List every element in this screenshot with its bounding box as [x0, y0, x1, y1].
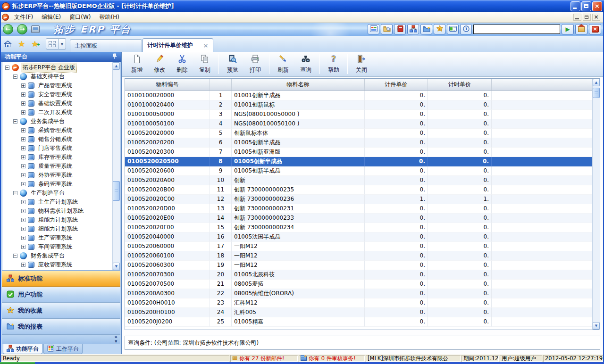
cell-material-name[interactable]: 一阳M12: [232, 251, 365, 261]
cell-material-name[interactable]: 08005麦拓: [232, 280, 365, 289]
cell-filler[interactable]: [492, 185, 592, 195]
scroll-thumb[interactable]: [593, 88, 600, 98]
cell-material-code[interactable]: 0100520020000: [125, 129, 210, 138]
cell-piece-rate[interactable]: 0.: [365, 214, 428, 223]
cell-hourly-rate[interactable]: 0.: [428, 166, 492, 176]
cell-material-code[interactable]: 0100520020C00: [125, 195, 210, 204]
expander-plus-icon[interactable]: +: [21, 110, 25, 115]
cell-filler[interactable]: [492, 308, 592, 317]
cell-hourly-rate[interactable]: 0.: [428, 317, 492, 327]
tree-item[interactable]: +采购管理系统: [2, 126, 112, 135]
mdi-close-button[interactable]: ×: [592, 14, 600, 21]
cell-material-code[interactable]: 0100520020D00: [125, 204, 210, 214]
expander-minus-icon[interactable]: −: [13, 119, 17, 124]
expander-plus-icon[interactable]: +: [21, 200, 25, 204]
cell-material-name[interactable]: 一阳M12: [232, 242, 365, 251]
table-row[interactable]: 01005200703002001005北辰科技0.0.: [125, 270, 592, 280]
cell-filler[interactable]: [492, 280, 592, 289]
cell-row-number[interactable]: 16: [210, 232, 232, 242]
expander-plus-icon[interactable]: +: [21, 263, 25, 267]
cell-row-number[interactable]: 9: [210, 166, 232, 176]
cell-hourly-rate[interactable]: 0.: [428, 129, 492, 138]
sidebar-tab-1[interactable]: 工作平台: [43, 344, 83, 354]
cell-row-number[interactable]: 7: [210, 148, 232, 157]
accordion-item-3[interactable]: 我的报表: [2, 319, 120, 335]
status-audit[interactable]: 你有 0 件审核事务!: [299, 355, 365, 362]
table-row[interactable]: 0100520020300701005创新亚洲版0.0.: [125, 148, 592, 157]
cell-filler[interactable]: [492, 148, 592, 157]
table-row[interactable]: 01005200J02002501005精嘉0.0.: [125, 317, 592, 327]
cell-row-number[interactable]: 14: [210, 214, 232, 223]
cell-row-number[interactable]: 13: [210, 204, 232, 214]
portal-home-button[interactable]: [575, 24, 587, 34]
favorites-button[interactable]: ★: [18, 40, 25, 48]
cell-row-number[interactable]: 15: [210, 223, 232, 232]
tab-1[interactable]: 计时计件单价维护×: [143, 38, 214, 52]
column-header-4[interactable]: 计时单价: [428, 79, 492, 91]
cell-filler[interactable]: [492, 166, 592, 176]
back-button[interactable]: ←: [3, 24, 13, 34]
cell-piece-rate[interactable]: 0.: [365, 251, 428, 261]
scroll-down-button[interactable]: ▼: [593, 322, 600, 330]
expander-plus-icon[interactable]: +: [21, 155, 25, 159]
copy-button[interactable]: 复制: [193, 53, 216, 75]
cell-material-code[interactable]: 0100520070300: [125, 270, 210, 280]
cell-piece-rate[interactable]: 0.: [365, 185, 428, 195]
delete-button[interactable]: 删除: [171, 53, 193, 75]
tree-item[interactable]: +物料需求计划系统: [2, 207, 112, 215]
table-row[interactable]: 0100520020500801005创新半成品0.0.: [125, 157, 592, 166]
tab-0[interactable]: 主控面板: [70, 39, 142, 52]
cell-hourly-rate[interactable]: 0.: [428, 298, 492, 308]
column-header-3[interactable]: 计件单价: [365, 79, 428, 91]
tree-item[interactable]: +车间管理系统: [2, 242, 112, 251]
refresh-button[interactable]: 刷新: [272, 53, 294, 75]
cell-hourly-rate[interactable]: 0.: [428, 308, 492, 317]
expander-plus-icon[interactable]: +: [21, 245, 25, 249]
cell-piece-rate[interactable]: 0.: [365, 308, 428, 317]
cell-material-code[interactable]: 01005200H0010: [125, 298, 210, 308]
cell-row-number[interactable]: 8: [210, 157, 232, 166]
menu-item-1[interactable]: 编辑(E): [37, 12, 65, 22]
cell-row-number[interactable]: 25: [210, 317, 232, 327]
cell-row-number[interactable]: 10: [210, 176, 232, 185]
cell-hourly-rate[interactable]: 0.: [428, 270, 492, 280]
cell-piece-rate[interactable]: 0.: [365, 317, 428, 327]
tree-item[interactable]: +库存管理系统: [2, 153, 112, 162]
tree-item[interactable]: +粗能力计划系统: [2, 215, 112, 224]
cell-piece-rate[interactable]: 0.: [365, 289, 428, 298]
cell-material-name[interactable]: 01005精嘉: [232, 317, 365, 327]
cell-filler[interactable]: [492, 157, 592, 166]
cell-piece-rate[interactable]: 0.: [365, 176, 428, 185]
expander-plus-icon[interactable]: +: [21, 173, 25, 177]
cell-hourly-rate[interactable]: 1.: [428, 195, 492, 204]
cell-material-code[interactable]: 01005200J0200: [125, 317, 210, 327]
table-row[interactable]: 0100520020B0011创新 73000000002350.0.: [125, 185, 592, 195]
cell-hourly-rate[interactable]: 0.: [428, 138, 492, 148]
cell-material-name[interactable]: 创新 7300000000236: [232, 195, 365, 204]
cell-material-name[interactable]: 创新 7300000000231: [232, 204, 365, 214]
cell-hourly-rate[interactable]: 0.: [428, 280, 492, 289]
cell-filler[interactable]: [492, 214, 592, 223]
cell-piece-rate[interactable]: 0.: [365, 100, 428, 110]
cell-filler[interactable]: [492, 242, 592, 251]
tree-scrollbar[interactable]: ▲ ▼: [112, 62, 120, 270]
cell-material-code[interactable]: 0100100020000: [125, 91, 210, 100]
address-book-button[interactable]: [394, 24, 406, 34]
contact-card-button[interactable]: [447, 24, 459, 34]
menu-item-3[interactable]: 帮助(H): [95, 12, 123, 22]
table-row[interactable]: 0100520020600901005创新半成品0.0.: [125, 166, 592, 176]
mdi-restore-button[interactable]: [583, 14, 591, 21]
cell-piece-rate[interactable]: 0.: [365, 110, 428, 119]
cell-filler[interactable]: [492, 195, 592, 204]
cell-material-name[interactable]: 01005北辰科技: [232, 270, 365, 280]
cell-row-number[interactable]: 12: [210, 195, 232, 204]
accordion-item-1[interactable]: 用户功能: [2, 287, 120, 303]
tree-item[interactable]: +细能力计划系统: [2, 224, 112, 233]
cell-material-name[interactable]: 01005创新亚洲版: [232, 148, 365, 157]
tree-item[interactable]: +门店零售系统: [2, 144, 112, 153]
cell-filler[interactable]: [492, 129, 592, 138]
tree-item[interactable]: +主生产计划系统: [2, 198, 112, 207]
cell-material-name[interactable]: 08005纳维仕(ORORA): [232, 289, 365, 298]
table-row[interactable]: 010052006010018一阳M120.0.: [125, 251, 592, 261]
cell-material-name[interactable]: 创新: [232, 176, 365, 185]
